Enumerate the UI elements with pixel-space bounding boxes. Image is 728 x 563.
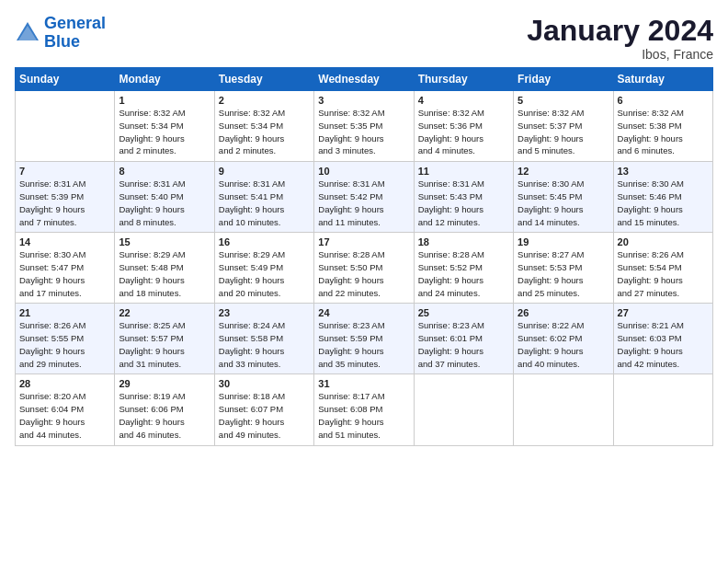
- day-info-line: Sunrise: 8:17 AM: [318, 390, 409, 403]
- day-number: 14: [19, 236, 110, 247]
- day-info-line: Sunrise: 8:31 AM: [418, 178, 509, 190]
- calendar-cell: 4Sunrise: 8:32 AMSunset: 5:36 PMDaylight…: [414, 91, 513, 162]
- day-info: Sunrise: 8:30 AMSunset: 5:45 PMDaylight:…: [518, 178, 609, 228]
- day-info-line: Sunset: 5:42 PM: [318, 190, 409, 203]
- day-info-line: Daylight: 9 hours: [418, 132, 509, 145]
- day-info: Sunrise: 8:17 AMSunset: 6:08 PMDaylight:…: [318, 390, 409, 441]
- day-info: Sunrise: 8:28 AMSunset: 5:50 PMDaylight:…: [318, 248, 409, 299]
- day-info-line: and 12 minutes.: [418, 216, 509, 229]
- day-info-line: and 3 minutes.: [318, 144, 409, 157]
- day-number: 1: [119, 95, 210, 106]
- day-info-line: Sunset: 5:47 PM: [19, 261, 110, 274]
- day-header-saturday: Saturday: [613, 68, 712, 91]
- day-info-line: Sunset: 5:34 PM: [119, 120, 210, 132]
- calendar-cell: 23Sunrise: 8:24 AMSunset: 5:58 PMDayligh…: [214, 304, 313, 374]
- day-info: Sunrise: 8:23 AMSunset: 5:59 PMDaylight:…: [318, 319, 409, 370]
- day-info-line: Sunset: 6:06 PM: [119, 403, 210, 416]
- day-info-line: Daylight: 9 hours: [618, 132, 709, 145]
- day-info-line: Sunrise: 8:30 AM: [618, 178, 709, 190]
- day-info-line: Sunset: 5:58 PM: [219, 332, 310, 345]
- day-info-line: Sunrise: 8:28 AM: [318, 248, 409, 261]
- day-info-line: Daylight: 9 hours: [318, 274, 409, 287]
- day-info-line: Sunrise: 8:32 AM: [518, 107, 609, 120]
- day-info-line: Daylight: 9 hours: [119, 416, 210, 429]
- calendar-cell: 16Sunrise: 8:29 AMSunset: 5:49 PMDayligh…: [214, 233, 313, 304]
- calendar-cell: 25Sunrise: 8:23 AMSunset: 6:01 PMDayligh…: [414, 304, 513, 374]
- day-info-line: Sunset: 5:50 PM: [318, 261, 409, 274]
- calendar-cell: 29Sunrise: 8:19 AMSunset: 6:06 PMDayligh…: [115, 374, 214, 445]
- day-number: 18: [418, 236, 509, 247]
- calendar-cell: [16, 91, 115, 162]
- day-info-line: Daylight: 9 hours: [19, 274, 110, 287]
- day-info: Sunrise: 8:32 AMSunset: 5:35 PMDaylight:…: [318, 107, 409, 157]
- day-info: Sunrise: 8:31 AMSunset: 5:39 PMDaylight:…: [19, 178, 110, 228]
- day-info-line: Sunrise: 8:28 AM: [418, 248, 509, 261]
- day-number: 2: [219, 95, 310, 106]
- day-info-line: Sunset: 6:02 PM: [518, 332, 609, 345]
- day-info-line: and 7 minutes.: [19, 216, 110, 229]
- day-info-line: Sunrise: 8:31 AM: [119, 178, 210, 190]
- day-info-line: Daylight: 9 hours: [318, 132, 409, 145]
- day-info: Sunrise: 8:31 AMSunset: 5:40 PMDaylight:…: [119, 178, 210, 228]
- day-info: Sunrise: 8:22 AMSunset: 6:02 PMDaylight:…: [518, 319, 609, 370]
- day-info-line: Sunset: 6:07 PM: [219, 403, 310, 416]
- day-info-line: Sunrise: 8:18 AM: [219, 390, 310, 403]
- day-info-line: Daylight: 9 hours: [119, 345, 210, 358]
- day-number: 15: [119, 236, 210, 247]
- calendar-cell: 15Sunrise: 8:29 AMSunset: 5:48 PMDayligh…: [115, 233, 214, 304]
- day-info-line: Sunrise: 8:26 AM: [19, 319, 110, 332]
- day-number: 12: [518, 166, 609, 177]
- day-info-line: Sunrise: 8:20 AM: [19, 390, 110, 403]
- day-number: 7: [19, 166, 110, 177]
- calendar-cell: 9Sunrise: 8:31 AMSunset: 5:41 PMDaylight…: [214, 162, 313, 233]
- day-info-line: Sunset: 5:49 PM: [219, 261, 310, 274]
- day-info: Sunrise: 8:32 AMSunset: 5:38 PMDaylight:…: [618, 107, 709, 157]
- day-info: Sunrise: 8:31 AMSunset: 5:43 PMDaylight:…: [418, 178, 509, 228]
- day-info-line: Sunset: 5:37 PM: [518, 120, 609, 132]
- day-info-line: Daylight: 9 hours: [518, 132, 609, 145]
- day-info-line: Sunrise: 8:32 AM: [418, 107, 509, 120]
- day-info-line: and 37 minutes.: [418, 358, 509, 371]
- day-info-line: and 5 minutes.: [518, 144, 609, 157]
- day-info-line: Sunset: 5:54 PM: [618, 261, 709, 274]
- day-number: 8: [119, 166, 210, 177]
- week-row-4: 21Sunrise: 8:26 AMSunset: 5:55 PMDayligh…: [16, 304, 713, 374]
- day-info-line: Daylight: 9 hours: [219, 274, 310, 287]
- day-info: Sunrise: 8:32 AMSunset: 5:37 PMDaylight:…: [518, 107, 609, 157]
- day-info: Sunrise: 8:29 AMSunset: 5:49 PMDaylight:…: [219, 248, 310, 299]
- calendar-cell: [414, 374, 513, 445]
- calendar-cell: 28Sunrise: 8:20 AMSunset: 6:04 PMDayligh…: [16, 374, 115, 445]
- day-info-line: Sunrise: 8:23 AM: [418, 319, 509, 332]
- day-info: Sunrise: 8:27 AMSunset: 5:53 PMDaylight:…: [518, 248, 609, 299]
- day-number: 28: [19, 378, 110, 389]
- day-info-line: Sunrise: 8:30 AM: [518, 178, 609, 190]
- day-info-line: Daylight: 9 hours: [19, 416, 110, 429]
- day-info-line: and 22 minutes.: [318, 287, 409, 300]
- day-number: 10: [318, 166, 409, 177]
- day-header-tuesday: Tuesday: [214, 68, 313, 91]
- day-info-line: and 2 minutes.: [219, 144, 310, 157]
- day-info-line: Sunrise: 8:32 AM: [318, 107, 409, 120]
- day-info-line: Sunset: 5:45 PM: [518, 190, 609, 203]
- day-info-line: and 44 minutes.: [19, 429, 110, 442]
- day-number: 16: [219, 236, 310, 247]
- day-info-line: Daylight: 9 hours: [19, 345, 110, 358]
- calendar-cell: 1Sunrise: 8:32 AMSunset: 5:34 PMDaylight…: [115, 91, 214, 162]
- header-row-days: SundayMondayTuesdayWednesdayThursdayFrid…: [16, 68, 713, 91]
- day-info-line: Sunrise: 8:31 AM: [219, 178, 310, 190]
- day-info-line: Daylight: 9 hours: [19, 203, 110, 216]
- day-info: Sunrise: 8:30 AMSunset: 5:47 PMDaylight:…: [19, 248, 110, 299]
- day-info-line: Sunset: 6:03 PM: [618, 332, 709, 345]
- day-number: 20: [618, 236, 709, 247]
- day-info-line: Sunrise: 8:32 AM: [618, 107, 709, 120]
- day-info-line: Daylight: 9 hours: [318, 203, 409, 216]
- day-info: Sunrise: 8:26 AMSunset: 5:55 PMDaylight:…: [19, 319, 110, 370]
- day-number: 22: [119, 307, 210, 318]
- day-info-line: and 46 minutes.: [119, 429, 210, 442]
- day-info-line: Daylight: 9 hours: [219, 345, 310, 358]
- day-info: Sunrise: 8:19 AMSunset: 6:06 PMDaylight:…: [119, 390, 210, 441]
- day-info-line: and 35 minutes.: [318, 358, 409, 371]
- logo-text: General Blue: [44, 15, 106, 52]
- day-info-line: Sunrise: 8:29 AM: [219, 248, 310, 261]
- day-info-line: Daylight: 9 hours: [618, 274, 709, 287]
